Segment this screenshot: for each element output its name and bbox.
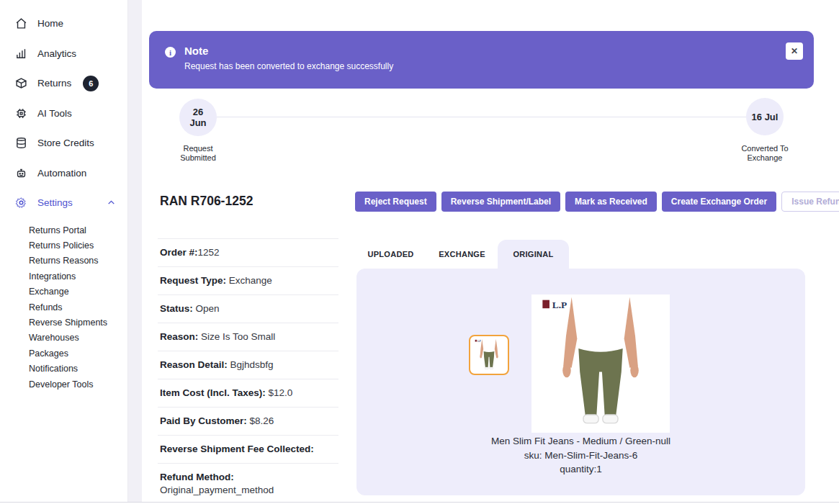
sidebar-item-home[interactable]: Home [0,9,127,39]
sidebar-item-ai-tools[interactable]: AI Tools [0,99,127,129]
timeline-start-label: Request Submitted [166,144,230,163]
detail-item-cost: Item Cost (Incl. Taxes): $12.0 [158,379,338,408]
subnav-returns-portal[interactable]: Returns Portal [29,223,127,238]
sidebar-item-label: Home [37,18,63,29]
sidebar-item-automation[interactable]: Automation [0,158,127,189]
product-thumbnail-image [472,338,506,372]
sidebar-item-label: Store Credits [37,138,94,148]
subnav-packages[interactable]: Packages [29,346,127,361]
product-image [531,294,670,433]
image-tabs: UPLOADED EXCHANGE ORIGINAL [355,240,569,269]
product-info: Men Slim Fit Jeans - Medium / Green-null… [356,434,805,477]
subnav-developer-tools[interactable]: Developer Tools [29,377,127,392]
detail-refund-method: Refund Method:Original_payment_method [158,464,338,504]
info-icon: i [165,47,176,58]
detail-paid-by-customer: Paid By Customer: $8.26 [158,408,338,436]
sidebar: Home Analytics Returns 6 AI Tools [0,0,128,502]
detail-reason: Reason: Size Is Too Small [158,323,338,351]
close-icon[interactable]: ✕ [786,42,803,60]
ai-chip-icon [14,107,27,120]
product-name: Men Slim Fit Jeans - Medium / Green-null [356,434,805,449]
app-root: Home Analytics Returns 6 AI Tools [0,0,839,504]
subnav-refunds[interactable]: Refunds [29,300,127,315]
reverse-shipment-label-button[interactable]: Reverse Shipment/Label [441,192,560,212]
sidebar-item-label: Analytics [37,48,76,59]
page-title: RAN R706-1252 [160,194,253,209]
sidebar-item-returns[interactable]: Returns 6 [0,68,127,99]
subnav-reverse-shipments[interactable]: Reverse Shipments [29,315,127,330]
subnav-returns-reasons[interactable]: Returns Reasons [29,253,127,269]
note-title: Note [184,45,208,57]
sidebar-item-label: Returns [37,78,71,89]
timeline-start-month: Jun [189,117,206,128]
issue-refund-button[interactable]: Issue Refund [781,192,839,212]
tab-original[interactable]: ORIGINAL [498,240,569,269]
settings-gear-icon [14,197,27,210]
product-quantity: quantity:1 [356,462,805,477]
timeline-end-node: 16 Jul [746,98,784,135]
subnav-exchange[interactable]: Exchange [29,284,127,300]
product-thumbnail[interactable] [469,335,509,375]
automation-robot-icon [14,166,27,179]
note-banner: i Note Request has been converted to exc… [149,31,814,89]
sidebar-item-label: AI Tools [37,108,72,119]
reject-request-button[interactable]: Reject Request [355,192,436,212]
tab-exchange[interactable]: EXCHANGE [426,240,498,269]
timeline-start-day: 26 [193,107,203,117]
subnav-returns-policies[interactable]: Returns Policies [29,238,127,253]
timeline-end-label: Converted To Exchange [732,144,797,163]
mark-as-received-button[interactable]: Mark as Received [565,192,657,212]
tab-uploaded[interactable]: UPLOADED [355,240,426,269]
analytics-icon [14,47,27,60]
sidebar-item-store-credits[interactable]: Store Credits [0,128,127,158]
original-items-panel: Men Slim Fit Jeans - Medium / Green-null… [356,269,805,495]
detail-request-type: Request Type: Exchange [158,267,338,295]
subnav-notifications[interactable]: Notifications [29,361,127,377]
note-message: Request has been converted to exchange s… [184,61,393,71]
timeline-end-date: 16 Jul [752,112,779,122]
store-credits-icon [14,137,27,150]
detail-order-number: Order #:1252 [158,239,338,267]
detail-reason-detail: Reason Detail: Bgjhdsbfg [158,351,338,379]
create-exchange-order-button[interactable]: Create Exchange Order [662,192,776,212]
timeline-start-node: 26 Jun [179,99,217,136]
sidebar-item-label: Automation [37,168,86,179]
chevron-up-icon[interactable] [107,198,116,207]
action-buttons: Reject Request Reverse Shipment/Label Ma… [355,192,805,212]
subnav-warehouses[interactable]: Warehouses [29,330,127,346]
home-icon [14,17,27,30]
settings-subnav: Returns Portal Returns Policies Returns … [0,218,127,392]
product-sku: sku: Men-Slim-Fit-Jeans-6 [356,449,805,463]
request-details-list: Order #:1252 Request Type: Exchange Stat… [158,238,338,504]
subnav-integrations[interactable]: Integrations [29,269,127,284]
sidebar-item-analytics[interactable]: Analytics [0,39,127,69]
returns-box-icon [14,77,27,90]
sidebar-item-label: Settings [37,197,73,208]
timeline-connector [217,117,746,117]
returns-count-badge: 6 [83,76,99,91]
main-content: i Note Request has been converted to exc… [142,0,839,502]
sidebar-item-settings[interactable]: Settings [0,188,127,218]
detail-reverse-shipment-fee: Reverse Shipment Fee Collected: [158,436,338,464]
detail-status: Status: Open [158,295,338,323]
